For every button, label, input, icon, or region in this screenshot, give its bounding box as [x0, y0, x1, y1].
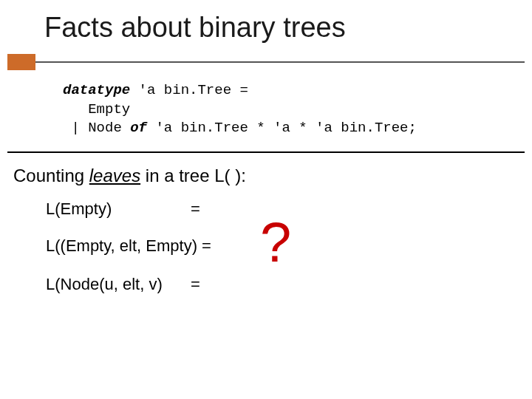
equation-row-1: L(Empty)=	[46, 200, 200, 219]
eq1-lhs: L(Empty)	[46, 200, 186, 219]
slide-title: Facts about binary trees	[44, 12, 346, 44]
accent-block	[7, 54, 35, 70]
slide: Facts about binary trees datatype 'a bin…	[0, 0, 532, 399]
equation-row-3: L(Node(u, elt, v)=	[46, 275, 200, 294]
code-line2: Empty	[63, 101, 130, 117]
subtitle-post: in a tree L( ):	[140, 166, 246, 185]
code-line3-rest: 'a bin.Tree * 'a * 'a bin.Tree;	[147, 120, 417, 136]
section-divider	[7, 151, 525, 153]
question-mark: ?	[260, 210, 291, 274]
subtitle: Counting leaves in a tree L( ):	[13, 166, 246, 186]
eq3-lhs: L(Node(u, elt, v)	[46, 275, 186, 294]
eq1-equals: =	[186, 200, 200, 219]
title-underline	[35, 61, 525, 63]
code-line3-pre: | Node	[63, 120, 130, 136]
keyword-datatype: datatype	[63, 82, 130, 98]
subtitle-emph: leaves	[89, 166, 140, 185]
datatype-code: datatype 'a bin.Tree = Empty | Node of '…	[63, 81, 417, 138]
subtitle-pre: Counting	[13, 166, 89, 185]
keyword-of: of	[130, 120, 147, 136]
eq2-full: L((Empty, elt, Empty) =	[46, 236, 211, 256]
code-line1-rest: 'a bin.Tree =	[130, 82, 248, 98]
equation-row-2: L((Empty, elt, Empty) =	[46, 236, 211, 256]
eq3-equals: =	[186, 275, 200, 294]
